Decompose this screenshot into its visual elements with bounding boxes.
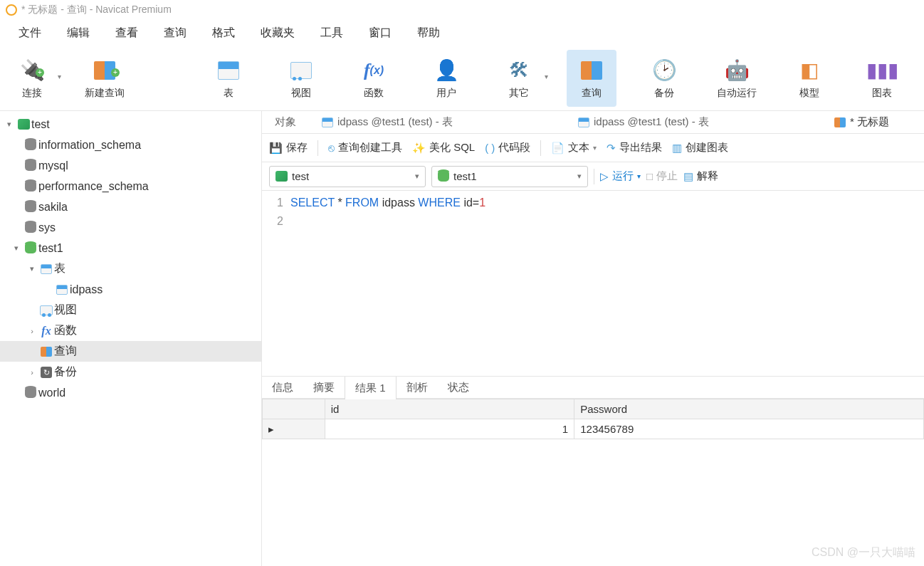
result-tab-summary[interactable]: 摘要: [303, 376, 345, 399]
export-result-button[interactable]: ↷导出结果: [607, 141, 662, 154]
database-icon: [25, 161, 36, 171]
title-bar: * 无标题 - 查询 - Navicat Premium: [0, 0, 924, 20]
ribbon-query[interactable]: 查询: [567, 50, 616, 107]
result-tab-status[interactable]: 状态: [438, 376, 479, 399]
tree-backups-folder[interactable]: ›↻备份: [0, 362, 261, 382]
query-builder-button[interactable]: ⎋查询创建工具: [328, 141, 402, 154]
function-icon: fx: [38, 325, 54, 337]
tab-objects[interactable]: 对象: [262, 111, 309, 134]
tree-db[interactable]: performance_schema: [0, 176, 261, 196]
menu-edit[interactable]: 编辑: [54, 21, 103, 45]
tree-db[interactable]: sys: [0, 217, 261, 238]
tree-functions-folder[interactable]: ›fx函数: [0, 320, 261, 341]
menu-format[interactable]: 格式: [199, 21, 248, 45]
menu-query[interactable]: 查询: [151, 21, 199, 45]
cell-id[interactable]: 1: [325, 419, 574, 439]
sparkle-icon: ✨: [412, 142, 426, 154]
chevron-right-icon[interactable]: ›: [26, 327, 38, 335]
table-header-row: id Password: [263, 399, 924, 419]
connection-icon: [275, 171, 288, 182]
ribbon-chart[interactable]: ▮▮▮ 图表: [857, 50, 907, 107]
tree-db[interactable]: mysql: [0, 155, 261, 176]
beautify-sql-button[interactable]: ✨美化 SQL: [412, 141, 475, 154]
tree-db[interactable]: information_schema: [0, 135, 261, 155]
database-icon: [25, 223, 36, 233]
tree-db[interactable]: sakila: [0, 196, 261, 217]
tree-db[interactable]: world: [0, 382, 261, 403]
column-header-password[interactable]: Password: [574, 399, 924, 419]
database-select[interactable]: test1▾: [431, 166, 588, 187]
menu-favorites[interactable]: 收藏夹: [248, 21, 308, 45]
explain-button[interactable]: ▤解释: [683, 169, 718, 183]
snippet-button[interactable]: ( )代码段: [485, 141, 530, 154]
text-icon: 📄: [551, 142, 565, 154]
tree-table-item[interactable]: idpass: [0, 279, 261, 300]
sql-code[interactable]: SELECT * FROM idpass WHERE id=1: [290, 194, 924, 376]
query-icon: [834, 117, 846, 127]
chevron-down-icon[interactable]: ▾: [26, 264, 38, 273]
database-icon: [438, 172, 449, 182]
query-icon: [41, 347, 52, 357]
ribbon-view[interactable]: 视图: [276, 50, 326, 107]
create-chart-button[interactable]: ▥创建图表: [672, 141, 728, 154]
builder-icon: ⎋: [328, 142, 335, 154]
tree-tables-folder[interactable]: ▾表: [0, 258, 261, 279]
tools-icon: 🛠: [505, 57, 532, 84]
ribbon-user[interactable]: 👤 用户: [421, 50, 471, 107]
connection-select[interactable]: test▾: [269, 166, 426, 187]
tree-connection[interactable]: ▾ test: [0, 114, 261, 135]
cell-password[interactable]: 123456789: [574, 419, 924, 439]
tab-table-2[interactable]: idpass @test1 (test) - 表: [565, 111, 821, 134]
result-grid[interactable]: id Password ▸ 1 123456789: [262, 399, 924, 439]
save-button[interactable]: 💾保存: [269, 141, 308, 154]
connection-selectors: test▾ test1▾ ▷运行▾ □停止 ▤解释: [262, 162, 924, 191]
tab-untitled-query[interactable]: * 无标题: [821, 111, 902, 134]
text-button[interactable]: 📄文本▾: [551, 141, 597, 154]
tree-db-open[interactable]: ▾test1: [0, 238, 261, 258]
result-tabs: 信息 摘要 结果 1 剖析 状态: [262, 376, 924, 399]
chevron-right-icon[interactable]: ›: [26, 368, 38, 377]
menu-tools[interactable]: 工具: [308, 21, 356, 45]
ribbon-backup[interactable]: 🕑 备份: [639, 50, 689, 107]
tree-views-folder[interactable]: 视图: [0, 300, 261, 320]
ribbon-table[interactable]: 表: [204, 50, 253, 107]
ribbon-new-query[interactable]: + 新建查询: [80, 50, 130, 107]
play-icon: ▷: [600, 170, 609, 183]
tab-table-1[interactable]: idpass @test1 (test) - 表: [309, 111, 565, 134]
ribbon-function[interactable]: f(x) 函数: [349, 50, 399, 107]
column-header-id[interactable]: id: [325, 399, 574, 419]
user-icon: 👤: [433, 57, 460, 84]
chevron-down-icon: ▾: [58, 73, 61, 80]
sql-editor[interactable]: 1 2 SELECT * FROM idpass WHERE id=1: [262, 191, 924, 376]
run-button[interactable]: ▷运行▾: [600, 169, 641, 183]
chevron-down-icon: ▾: [577, 172, 582, 181]
result-tab-info[interactable]: 信息: [262, 376, 303, 399]
tree-queries-folder[interactable]: 查询: [0, 341, 261, 362]
table-icon: [56, 285, 68, 295]
window-title: * 无标题 - 查询 - Navicat Premium: [21, 4, 172, 16]
backup-icon: 🕑: [651, 57, 678, 84]
table-row[interactable]: ▸ 1 123456789: [263, 419, 924, 439]
query-toolbar: 💾保存 ⎋查询创建工具 ✨美化 SQL ( )代码段 📄文本▾ ↷导出结果 ▥创…: [262, 134, 924, 162]
braces-icon: ( ): [485, 142, 495, 154]
row-marker-header: [263, 399, 325, 419]
ribbon-other[interactable]: 🛠 其它 ▾: [494, 50, 544, 107]
table-icon: [215, 57, 242, 84]
chevron-down-icon[interactable]: ▾: [3, 120, 16, 129]
menu-help[interactable]: 帮助: [404, 21, 453, 45]
document-tabs: 对象 idpass @test1 (test) - 表 idpass @test…: [262, 111, 924, 134]
connection-tree[interactable]: ▾ test information_schema mysql performa…: [0, 111, 262, 566]
menu-file[interactable]: 文件: [6, 21, 54, 45]
menu-bar: 文件 编辑 查看 查询 格式 收藏夹 工具 窗口 帮助: [0, 20, 924, 46]
ribbon-connection[interactable]: 🔌+ 连接 ▾: [7, 50, 57, 107]
database-open-icon: [25, 243, 36, 253]
menu-window[interactable]: 窗口: [356, 21, 404, 45]
result-tab-result1[interactable]: 结果 1: [345, 377, 397, 399]
menu-view[interactable]: 查看: [103, 21, 151, 45]
database-icon: [25, 182, 36, 192]
stop-button: □停止: [646, 169, 678, 183]
ribbon-automation[interactable]: 🤖 自动运行: [712, 50, 762, 107]
result-tab-profile[interactable]: 剖析: [397, 376, 438, 399]
chevron-down-icon[interactable]: ▾: [10, 243, 23, 253]
ribbon-model[interactable]: ◧ 模型: [784, 50, 834, 107]
